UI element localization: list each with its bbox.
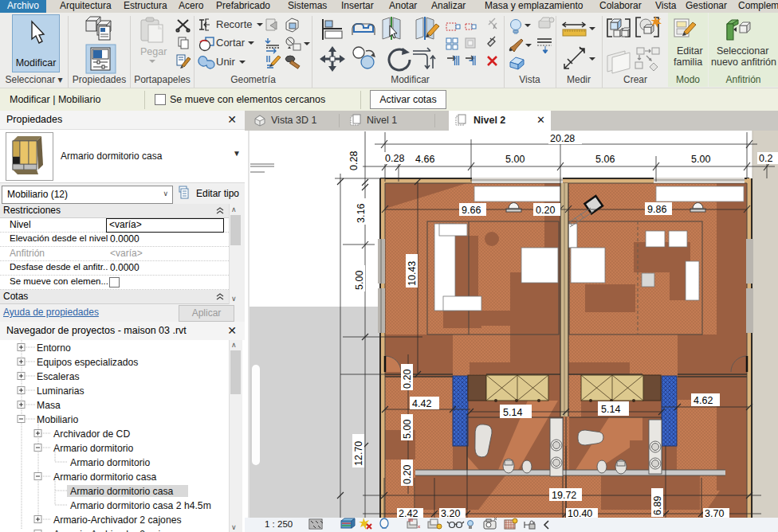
svg-text:Masa: Masa — [37, 400, 61, 411]
svg-text:19.72: 19.72 — [552, 490, 576, 501]
svg-text:Armario-Archivador 3 cajones: Armario-Archivador 3 cajones — [53, 529, 182, 532]
svg-text:Armario dormitorio casa: Armario dormitorio casa — [53, 471, 157, 483]
svg-text:5.00: 5.00 — [402, 420, 413, 439]
svg-text:0.28: 0.28 — [385, 153, 404, 164]
svg-text:5.00: 5.00 — [505, 154, 525, 165]
svg-text:9.66: 9.66 — [462, 205, 481, 216]
svg-text:Unir: Unir — [216, 56, 236, 68]
svg-text:Armario dormitorio casa 2 h4.5: Armario dormitorio casa 2 h4.5m — [70, 500, 211, 511]
svg-text:9.86: 9.86 — [647, 204, 666, 215]
svg-text:20.28: 20.28 — [550, 133, 575, 144]
svg-text:Armario dormitorio: Armario dormitorio — [70, 457, 150, 468]
svg-text:0.28: 0.28 — [348, 151, 360, 170]
svg-text:nuevo anfitrión: nuevo anfitrión — [711, 57, 776, 68]
svg-text:familia: familia — [674, 57, 702, 68]
svg-text:Armario dormitorio: Armario dormitorio — [53, 443, 133, 454]
svg-text:Pegar: Pegar — [140, 46, 167, 57]
svg-text:Cortar: Cortar — [216, 37, 246, 49]
svg-text:Entorno: Entorno — [37, 342, 71, 354]
svg-text:Mobiliario: Mobiliario — [37, 414, 78, 425]
svg-text:2.42: 2.42 — [399, 508, 418, 518]
svg-text:Escaleras: Escaleras — [37, 371, 80, 382]
svg-text:0.20: 0.20 — [402, 465, 413, 484]
svg-text:Armario dormitorio casa: Armario dormitorio casa — [70, 486, 174, 497]
svg-text:0.20: 0.20 — [536, 205, 555, 216]
svg-text:5.14: 5.14 — [503, 407, 522, 418]
svg-text:10.40: 10.40 — [568, 508, 592, 518]
svg-text:Seleccionar: Seleccionar — [717, 45, 768, 57]
svg-text:6.89: 6.89 — [652, 496, 663, 515]
svg-text:Armario-Archivador 2 cajones: Armario-Archivador 2 cajones — [53, 514, 182, 526]
svg-text:5.14: 5.14 — [601, 404, 620, 415]
svg-text:3.20: 3.20 — [441, 508, 460, 518]
svg-text:Equipos especializados: Equipos especializados — [37, 357, 138, 368]
svg-text:0.20: 0.20 — [402, 370, 413, 389]
svg-text:3.16: 3.16 — [356, 204, 367, 223]
svg-text:5.00: 5.00 — [691, 154, 710, 165]
svg-text:Luminarias: Luminarias — [37, 385, 84, 397]
svg-text:4.62: 4.62 — [694, 395, 713, 406]
svg-text:10.43: 10.43 — [407, 261, 418, 286]
svg-text:4.66: 4.66 — [415, 154, 434, 165]
svg-text:Recorte: Recorte — [216, 18, 253, 30]
svg-text:5.06: 5.06 — [595, 154, 615, 165]
svg-text:4.42: 4.42 — [412, 398, 431, 409]
svg-text:Archivador de CD: Archivador de CD — [53, 428, 130, 440]
svg-text:12.70: 12.70 — [353, 441, 364, 466]
svg-text:5.00: 5.00 — [354, 271, 365, 290]
svg-text:0.2: 0.2 — [759, 153, 772, 164]
svg-text:Editar: Editar — [677, 45, 703, 57]
svg-text:3.70: 3.70 — [705, 508, 724, 518]
